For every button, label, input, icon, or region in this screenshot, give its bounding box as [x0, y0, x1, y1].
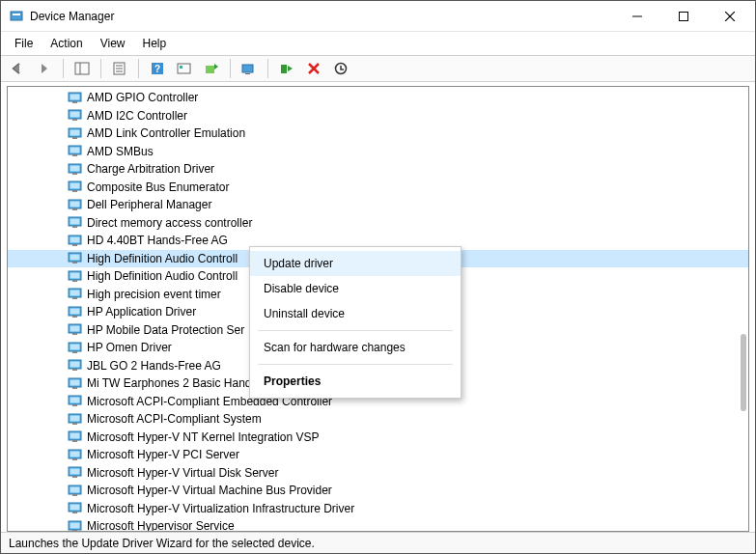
forward-button[interactable] — [34, 58, 55, 79]
device-tree-item[interactable]: Charge Arbitration Driver — [8, 160, 748, 179]
svg-rect-1 — [13, 14, 20, 15]
enable-device-icon[interactable] — [276, 58, 297, 79]
device-icon — [68, 252, 83, 265]
device-icon — [68, 519, 83, 531]
device-tree-item[interactable]: Dell Peripheral Manager — [8, 196, 748, 214]
help-icon[interactable]: ? — [147, 58, 168, 79]
device-label: HD 4.40BT Hands-Free AG — [87, 234, 228, 247]
toolbar-separator — [267, 59, 268, 78]
device-tree-item[interactable]: Microsoft Hyper-V PCI Server — [8, 446, 748, 464]
device-label: AMD SMBus — [87, 145, 154, 158]
disable-device-icon[interactable] — [330, 58, 351, 79]
back-button[interactable] — [7, 58, 28, 79]
properties-icon[interactable] — [109, 58, 130, 79]
device-tree-item[interactable]: AMD SMBus — [8, 143, 748, 161]
svg-rect-25 — [72, 101, 77, 103]
svg-rect-88 — [72, 476, 77, 478]
svg-rect-48 — [70, 236, 80, 242]
device-label: Direct memory access controller — [87, 216, 252, 230]
device-tree-item[interactable]: AMD I2C Controller — [8, 107, 748, 125]
device-label: HP Omen Driver — [87, 341, 172, 354]
svg-rect-3 — [680, 12, 688, 20]
close-button[interactable] — [718, 5, 742, 28]
device-icon — [68, 376, 83, 390]
device-tree-item[interactable]: Microsoft Hyper-V Virtualization Infrast… — [8, 500, 748, 518]
minimize-button[interactable] — [626, 5, 649, 28]
ctx-update-driver[interactable]: Update driver — [250, 251, 461, 276]
device-label: Composite Bus Enumerator — [87, 180, 229, 194]
svg-rect-90 — [70, 486, 80, 492]
menu-action[interactable]: Action — [42, 35, 90, 52]
device-label: High Definition Audio Controll — [87, 252, 238, 265]
svg-rect-57 — [70, 291, 80, 296]
device-label: Microsoft Hypervisor Service — [87, 519, 235, 531]
scrollbar[interactable] — [733, 93, 746, 525]
svg-rect-96 — [70, 522, 80, 528]
device-label: Microsoft Hyper-V Virtual Disk Server — [87, 466, 279, 480]
svg-rect-94 — [72, 512, 77, 513]
device-icon — [68, 341, 83, 354]
device-tree-item[interactable]: Microsoft Hypervisor Service — [8, 517, 748, 531]
device-icon — [68, 412, 83, 426]
ctx-scan-hardware[interactable]: Scan for hardware changes — [250, 335, 461, 360]
svg-rect-85 — [72, 458, 77, 460]
update-driver-icon[interactable] — [201, 58, 222, 79]
svg-rect-55 — [72, 280, 77, 282]
device-label: AMD Link Controller Emulation — [87, 126, 245, 140]
device-tree-item[interactable]: Direct memory access controller — [8, 214, 748, 233]
ctx-uninstall-device[interactable]: Uninstall device — [250, 301, 461, 326]
device-tree-item[interactable]: Microsoft Hyper-V NT Kernel Integration … — [8, 429, 748, 447]
action-icon[interactable] — [174, 58, 195, 79]
device-tree-item[interactable]: Microsoft Hyper-V Virtual Disk Server — [8, 464, 748, 483]
svg-text:?: ? — [154, 64, 160, 74]
device-tree-item[interactable]: AMD Link Controller Emulation — [8, 125, 748, 143]
scan-hardware-icon[interactable] — [238, 58, 260, 79]
svg-rect-27 — [70, 112, 80, 118]
svg-rect-63 — [70, 326, 80, 332]
uninstall-device-icon[interactable] — [303, 58, 324, 79]
device-icon — [68, 126, 83, 140]
device-icon — [68, 502, 83, 515]
ctx-disable-device[interactable]: Disable device — [250, 276, 461, 301]
device-tree-item[interactable]: Composite Bus Enumerator — [8, 179, 748, 197]
scroll-thumb[interactable] — [741, 334, 746, 411]
svg-rect-19 — [281, 65, 287, 73]
ctx-properties[interactable]: Properties — [250, 369, 461, 394]
maximize-button[interactable] — [672, 5, 695, 28]
device-icon — [68, 288, 83, 301]
app-icon — [9, 9, 24, 24]
svg-rect-0 — [11, 12, 22, 20]
svg-rect-16 — [206, 66, 214, 73]
device-tree-pane: AMD GPIO ControllerAMD I2C ControllerAMD… — [7, 86, 749, 532]
menu-help[interactable]: Help — [135, 35, 175, 52]
svg-rect-37 — [72, 173, 77, 175]
device-tree-item[interactable]: Microsoft Hyper-V Virtual Machine Bus Pr… — [8, 482, 748, 500]
svg-rect-33 — [70, 148, 80, 153]
device-label: HP Mobile Data Protection Ser — [87, 323, 244, 337]
menu-file[interactable]: File — [7, 35, 41, 52]
svg-rect-73 — [72, 387, 77, 389]
device-tree-item[interactable]: AMD GPIO Controller — [8, 89, 748, 107]
svg-rect-40 — [72, 190, 77, 192]
device-icon — [68, 91, 83, 104]
svg-rect-17 — [242, 65, 253, 72]
svg-rect-61 — [72, 316, 77, 318]
device-tree-item[interactable]: Microsoft ACPI-Compliant System — [8, 410, 748, 429]
svg-rect-43 — [72, 208, 77, 210]
device-label: Charge Arbitration Driver — [87, 162, 214, 176]
menu-view[interactable]: View — [93, 35, 133, 52]
svg-rect-18 — [245, 73, 250, 74]
window-title: Device Manager — [30, 10, 114, 23]
svg-rect-51 — [70, 255, 80, 261]
svg-rect-42 — [70, 201, 80, 207]
device-icon — [68, 466, 83, 480]
svg-rect-31 — [72, 137, 77, 139]
svg-rect-6 — [75, 63, 89, 74]
device-label: AMD GPIO Controller — [87, 91, 198, 104]
svg-rect-24 — [70, 94, 80, 99]
device-label: HP Application Driver — [87, 305, 196, 319]
show-hide-tree-icon[interactable] — [71, 58, 93, 79]
svg-rect-69 — [70, 362, 80, 368]
svg-rect-30 — [70, 129, 80, 135]
svg-rect-14 — [178, 64, 190, 73]
